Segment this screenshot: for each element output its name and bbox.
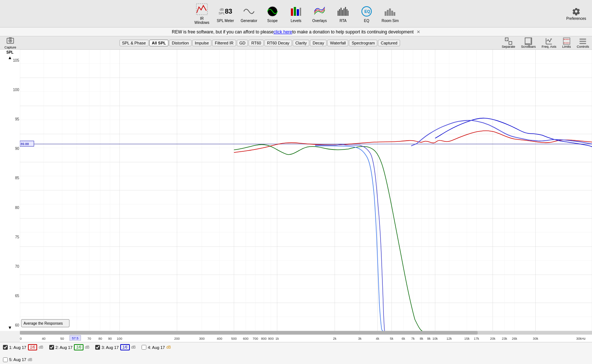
freq-axis-tool[interactable]: Freq. Axis — [540, 37, 558, 49]
svg-rect-12 — [346, 9, 347, 16]
spl-meter-button[interactable]: dB SPL 83 SPL Meter — [214, 3, 236, 24]
svg-rect-5 — [300, 8, 301, 16]
tab-rt60[interactable]: RT60 — [249, 40, 264, 46]
legend-item-4: 4: Aug 17 dB — [142, 345, 171, 350]
room-sim-label: Room Sim — [382, 19, 399, 23]
generator-icon — [242, 5, 256, 18]
generator-label: Generator — [240, 19, 257, 23]
y-tick-100: 100 — [13, 88, 19, 92]
spl-meter-label: SPL Meter — [217, 19, 234, 23]
svg-text:6k: 6k — [402, 337, 405, 340]
svg-rect-8 — [340, 8, 342, 16]
svg-text:500: 500 — [231, 337, 237, 340]
levels-button[interactable]: Levels — [285, 3, 307, 24]
overlays-button[interactable]: Overlays — [309, 3, 331, 24]
scope-label: Scope — [267, 19, 278, 23]
tab-clarity[interactable]: Clarity — [293, 40, 309, 46]
legend-4-db: dB — [166, 345, 171, 349]
legend-4-label: 4: Aug 17 — [148, 345, 165, 350]
rta-button[interactable]: RTA — [332, 3, 354, 24]
x-scrollbar[interactable] — [20, 331, 592, 335]
tab-bar: Capture SPL & Phase All SPL Distortion I… — [0, 36, 592, 50]
legend-item-5-row: 5: Aug 17 dB — [3, 357, 589, 362]
tab-distortion[interactable]: Distortion — [169, 40, 191, 46]
tab-filtered-ir[interactable]: Filtered IR — [212, 40, 236, 46]
tab-gd[interactable]: GD — [237, 40, 248, 46]
legend-item-1: 1: Aug 17 1/6 dB — [3, 344, 43, 350]
svg-text:12k: 12k — [446, 337, 452, 340]
svg-text:23k: 23k — [502, 337, 507, 340]
limits-label: Limits — [562, 45, 571, 48]
controls-tool[interactable]: Controls — [575, 37, 591, 49]
scope-button[interactable]: Scope — [261, 3, 283, 24]
capture-button[interactable]: Capture — [1, 36, 19, 50]
svg-text:9k: 9k — [427, 337, 431, 340]
tab-impulse[interactable]: Impulse — [192, 40, 212, 46]
tab-waterfall[interactable]: Waterfall — [327, 40, 348, 46]
svg-rect-6 — [338, 11, 339, 16]
tab-spl-phase[interactable]: SPL & Phase — [120, 40, 149, 46]
generator-button[interactable]: Generator — [238, 3, 260, 24]
donation-link[interactable]: click here — [274, 29, 292, 35]
svg-text:600: 600 — [243, 337, 249, 340]
tabs-container: SPL & Phase All SPL Distortion Impulse F… — [19, 40, 500, 46]
tab-decay[interactable]: Decay — [310, 40, 327, 46]
room-sim-button[interactable]: Room Sim — [379, 3, 401, 24]
svg-text:1k: 1k — [275, 337, 279, 340]
separate-tool[interactable]: Separate — [500, 37, 517, 49]
svg-rect-29 — [531, 38, 531, 44]
preferences-button[interactable]: Preferences — [563, 6, 589, 22]
svg-rect-3 — [294, 7, 296, 16]
svg-text:57.5: 57.5 — [72, 336, 79, 340]
tab-rt60-decay[interactable]: RT60 Decay — [264, 40, 292, 46]
eq-icon: EQ — [360, 5, 373, 18]
legend-2-checkbox[interactable] — [49, 345, 54, 350]
svg-text:40: 40 — [42, 337, 46, 340]
svg-point-23 — [10, 40, 11, 42]
svg-text:90: 90 — [108, 337, 112, 340]
scope-icon — [266, 5, 279, 18]
overlays-icon — [313, 5, 326, 18]
y-up-arrow[interactable]: ▲ — [8, 55, 12, 60]
legend-2-line: 1/6 — [74, 344, 83, 350]
svg-text:700: 700 — [253, 337, 258, 340]
tab-all-spl[interactable]: All SPL — [149, 40, 169, 46]
y-tick-75: 75 — [15, 235, 19, 239]
svg-text:5k: 5k — [390, 337, 393, 340]
tabs-right-tools: Separate Scrollbars Freq. Axis Limits Co… — [500, 37, 591, 49]
svg-rect-2 — [291, 8, 293, 16]
legend-3-checkbox[interactable] — [95, 345, 100, 350]
room-sim-icon — [384, 5, 397, 18]
legend-4-checkbox[interactable] — [142, 345, 146, 350]
legend-5-label: 5: Aug 17 — [9, 357, 26, 362]
svg-text:50: 50 — [60, 337, 64, 340]
rta-label: RTA — [339, 19, 346, 23]
donation-close-icon[interactable]: ✕ — [417, 29, 420, 35]
svg-rect-20 — [393, 12, 395, 16]
svg-text:300: 300 — [199, 337, 204, 340]
tab-spectrogram[interactable]: Spectrogram — [349, 40, 377, 46]
legend-2-label: 2: Aug 17 — [56, 345, 73, 350]
y-tick-60: 60 — [15, 323, 19, 327]
scrollbars-tool[interactable]: Scrollbars — [520, 37, 537, 49]
legend-1-checkbox[interactable] — [3, 345, 8, 350]
limits-tool[interactable]: Limits — [561, 37, 573, 49]
svg-rect-17 — [387, 10, 389, 16]
tab-captured[interactable]: Captured — [378, 40, 400, 46]
svg-rect-36 — [563, 38, 570, 44]
chart-container: 89.88 — [20, 50, 592, 331]
ir-windows-button[interactable]: IR Windows — [191, 1, 213, 26]
eq-button[interactable]: EQ EQ — [356, 3, 378, 24]
toolbar: IR Windows dB SPL 83 SPL Meter Generator — [0, 0, 592, 28]
svg-text:26k: 26k — [512, 337, 517, 340]
y-tick-65: 65 — [15, 293, 19, 298]
legend-5-checkbox[interactable] — [3, 357, 8, 362]
legend-bar: 1: Aug 17 1/6 dB 2: Aug 17 1/6 dB 3: Aug… — [0, 342, 592, 364]
freq-axis-label: Freq. Axis — [542, 45, 556, 48]
svg-rect-19 — [391, 11, 393, 16]
svg-text:800: 800 — [261, 337, 267, 340]
y-tick-85: 85 — [15, 176, 19, 180]
svg-rect-9 — [342, 10, 343, 16]
svg-text:70: 70 — [88, 337, 91, 340]
toolbar-items: IR Windows dB SPL 83 SPL Meter Generator — [191, 1, 401, 26]
